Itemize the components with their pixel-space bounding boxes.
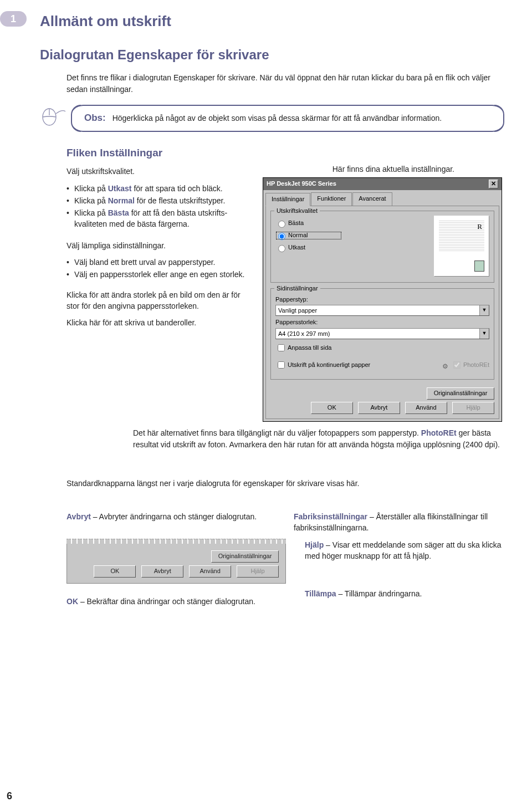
chapter-title: Allmänt om utskrift <box>40 11 504 32</box>
buttons-closeup-panel: Originalinställningar OK Avbryt Använd H… <box>66 542 286 584</box>
ok-button-2[interactable]: OK <box>94 565 136 578</box>
preview-pane: R <box>434 216 489 277</box>
cancel-button-2[interactable]: Avbryt <box>141 565 183 578</box>
intro-text: Det finns tre flikar i dialogrutan Egens… <box>66 72 504 95</box>
gear-icon: ⚙ <box>442 362 449 370</box>
label-paper-size: Pappersstorlek: <box>275 318 489 327</box>
apply-button-2[interactable]: Använd <box>189 565 231 578</box>
close-icon[interactable]: ✕ <box>489 180 498 188</box>
quality-bullet-2: Klicka på Normal för de flesta utskrifts… <box>66 195 255 206</box>
scale-text: Klicka för att ändra storlek på en bild … <box>66 289 255 312</box>
chevron-down-icon[interactable]: ▼ <box>479 329 489 339</box>
preview-mark: R <box>477 222 482 232</box>
checkbox-photoret-input[interactable] <box>453 361 461 369</box>
dialog-title: HP DeskJet 950C Series <box>267 180 336 188</box>
cancel-button[interactable]: Avbryt <box>358 402 400 414</box>
checkbox-fit-input[interactable] <box>278 344 285 351</box>
chapter-badge: 1 <box>0 11 27 27</box>
section-title: Dialogrutan Egenskaper för skrivare <box>40 45 504 65</box>
factory-defaults-button-2[interactable]: Originalinställningar <box>211 550 279 563</box>
radio-draft[interactable]: Utkast <box>275 243 342 252</box>
page-bullet-1: Välj bland ett brett urval av papperstyp… <box>66 257 255 268</box>
page-intro: Välj lämpliga sidinställningar. <box>66 240 255 251</box>
help-button[interactable]: Hjälp <box>452 402 494 414</box>
quality-bullet-3: Klicka på Bästa för att få den bästa uts… <box>66 207 255 230</box>
legend-cancel: Avbryt – Avbryter ändringarna och stänge… <box>66 511 277 522</box>
printer-properties-dialog: HP DeskJet 950C Series ✕ Inställningar F… <box>263 177 502 422</box>
group-page-title: Sidinställningar <box>274 284 320 293</box>
factory-defaults-button[interactable]: Originalinställningar <box>427 387 494 400</box>
apply-button[interactable]: Använd <box>405 402 447 414</box>
photoret-note: Det här alternativet finns bara tillgäng… <box>133 427 504 450</box>
note-text: Högerklicka på något av de objekt som vi… <box>112 114 442 122</box>
radio-draft-input[interactable] <box>278 245 285 252</box>
legend-help: Hjälp – Visar ett meddelande som säger a… <box>305 539 504 562</box>
page-bullets: Välj bland ett brett urval av papperstyp… <box>66 257 255 280</box>
radio-best[interactable]: Bästa <box>275 219 342 228</box>
tab-advanced[interactable]: Avancerat <box>352 192 392 206</box>
page-bullet-2: Välj en pappersstorlek eller ange en ege… <box>66 269 255 280</box>
tab-settings[interactable]: Inställningar <box>265 193 310 206</box>
dropdown-paper-type[interactable]: Vanligt papper ▼ <box>275 305 489 316</box>
quality-bullets: Klicka på Utkast för att spara tid och b… <box>66 183 255 230</box>
checkbox-fit-to-page[interactable]: Anpassa till sida <box>275 343 489 353</box>
preview-paper-icon <box>474 261 484 272</box>
group-quality-title: Utskriftskvalitet <box>274 207 320 216</box>
tab-features[interactable]: Funktioner <box>311 192 352 206</box>
checkbox-banner[interactable]: Utskrift på kontinuerligt papper <box>275 360 370 370</box>
page-number: 6 <box>7 789 12 803</box>
note-label: Obs: <box>84 113 106 123</box>
quality-intro: Välj utskriftskvalitet. <box>66 166 255 177</box>
quality-bullet-1: Klicka på Utkast för att spara tid och b… <box>66 183 255 194</box>
note-box: Obs: Högerklicka på något av de objekt s… <box>71 105 504 132</box>
help-button-2[interactable]: Hjälp <box>237 565 279 578</box>
legend-ok: OK – Bekräftar dina ändringar och stänge… <box>66 596 288 607</box>
dropdown-paper-size[interactable]: A4 (210 x 297 mm) ▼ <box>275 328 489 339</box>
mouse-icon <box>40 105 69 130</box>
ok-button[interactable]: OK <box>311 402 353 414</box>
radio-best-input[interactable] <box>278 221 285 228</box>
checkbox-banner-input[interactable] <box>278 361 285 369</box>
legend-apply: Tillämpa – Tillämpar ändringarna. <box>305 588 504 599</box>
legend-defaults: Fabriksinställningar – Återställer alla … <box>294 511 504 534</box>
radio-normal-input[interactable] <box>278 233 285 240</box>
settings-heading: Fliken Inställningar <box>66 145 504 161</box>
checkbox-photoret[interactable]: PhotoREt <box>451 360 489 370</box>
label-paper-type: Papperstyp: <box>275 295 489 304</box>
chevron-down-icon[interactable]: ▼ <box>479 305 489 315</box>
std-buttons-intro: Standardknapparna längst ner i varje dia… <box>66 478 504 489</box>
callout-current-settings: Här finns dina aktuella inställningar. <box>263 164 504 175</box>
radio-normal[interactable]: Normal <box>275 231 342 240</box>
banner-text: Klicka här för att skriva ut bande­rolle… <box>66 317 255 328</box>
